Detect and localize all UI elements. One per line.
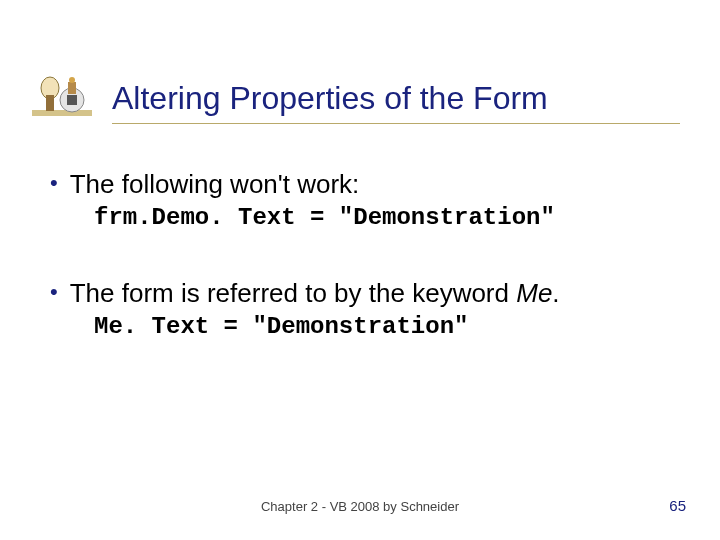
svg-point-6 xyxy=(69,77,75,83)
slide-title: Altering Properties of the Form xyxy=(112,80,680,124)
bullet-marker-icon: • xyxy=(50,277,58,307)
code-line: frm.Demo. Text = "Demonstration" xyxy=(94,204,680,231)
svg-rect-2 xyxy=(46,95,54,111)
slide: Altering Properties of the Form • The fo… xyxy=(0,0,720,540)
bullet-item: • The following won't work: frm.Demo. Te… xyxy=(50,168,680,231)
slide-logo-icon xyxy=(30,70,94,134)
bullet-item: • The form is referred to by the keyword… xyxy=(50,277,680,340)
bullet-text-part: The form is referred to by the keyword xyxy=(70,278,517,308)
svg-rect-0 xyxy=(32,110,92,116)
code-line: Me. Text = "Demonstration" xyxy=(94,313,680,340)
bullet-list: • The following won't work: frm.Demo. Te… xyxy=(50,168,680,340)
slide-footer: Chapter 2 - VB 2008 by Schneider xyxy=(0,499,720,514)
bullet-text: The form is referred to by the keyword M… xyxy=(70,277,560,309)
bullet-text: The following won't work: xyxy=(70,168,360,200)
footer-text: Chapter 2 - VB 2008 by Schneider xyxy=(261,499,459,514)
svg-rect-4 xyxy=(67,95,77,105)
svg-rect-5 xyxy=(68,82,76,94)
page-number: 65 xyxy=(669,497,686,514)
slide-header: Altering Properties of the Form xyxy=(40,70,680,134)
bullet-marker-icon: • xyxy=(50,168,58,198)
keyword-me: Me xyxy=(516,278,552,308)
bullet-text-part: . xyxy=(552,278,559,308)
slide-content: • The following won't work: frm.Demo. Te… xyxy=(40,168,680,340)
